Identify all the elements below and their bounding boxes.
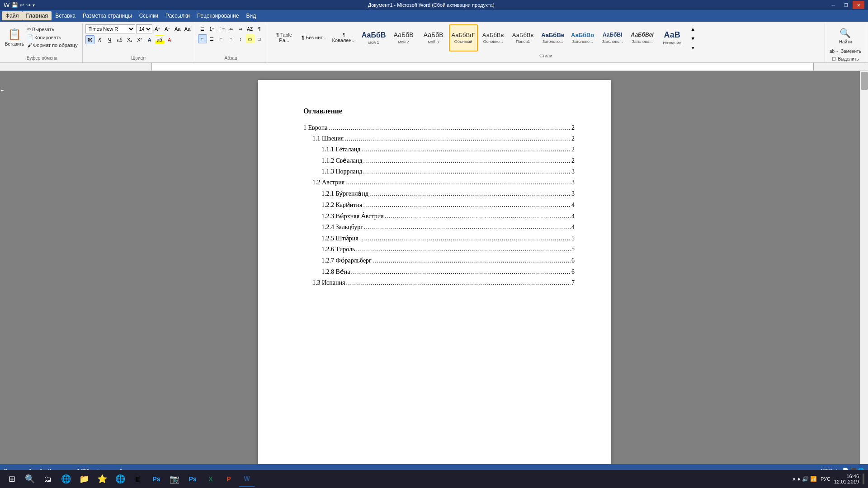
explorer-button[interactable]: 📁: [76, 471, 92, 487]
show-desktop-button[interactable]: [863, 474, 864, 484]
font-color-button[interactable]: А: [165, 35, 174, 44]
style-my2[interactable]: АаБбВ мой 2: [389, 24, 418, 52]
decrease-font-button[interactable]: A⁻: [163, 24, 172, 33]
style-normal[interactable]: АаБбВгГ Обычный: [449, 24, 478, 52]
replace-button[interactable]: ab→ Заменить: [828, 48, 863, 55]
numbering-button[interactable]: 1≡: [208, 24, 217, 33]
toc-entry-13[interactable]: 1.2.7 Фо́рарльберг .....................…: [321, 257, 575, 264]
menu-file[interactable]: Файл: [2, 11, 23, 20]
document-scroll-area[interactable]: Оглавление 1 Европа ....................…: [9, 71, 860, 464]
photoshop-button[interactable]: Ps: [148, 471, 165, 487]
clock[interactable]: 16:46 12.01.2019: [834, 474, 859, 484]
shading-button[interactable]: ▭: [245, 34, 255, 43]
quick-access-save[interactable]: 💾: [11, 2, 18, 8]
restore-button[interactable]: ❐: [840, 1, 852, 9]
toc-entry-4[interactable]: 1.1.2 Све́аланд ........................…: [321, 157, 575, 164]
sort-button[interactable]: AZ: [245, 24, 255, 33]
increase-indent-button[interactable]: ⇒: [236, 24, 245, 33]
powerpoint-button[interactable]: P: [221, 471, 237, 487]
style-my1[interactable]: АаБбВ мой 1: [359, 24, 388, 52]
font-name-select[interactable]: Times New R: [85, 24, 135, 33]
excel-button[interactable]: X: [203, 471, 219, 487]
style-kovalenko[interactable]: ¶ Ковален...: [330, 24, 359, 52]
task-view-button[interactable]: 🗂: [40, 471, 56, 487]
font-size-select[interactable]: 14: [136, 24, 152, 33]
start-button[interactable]: ⊞: [4, 471, 20, 487]
toc-entry-8[interactable]: 1.2.2 Кари́нтия ........................…: [321, 201, 575, 209]
photoshop2-button[interactable]: Ps: [184, 471, 201, 487]
change-case-button[interactable]: Аа: [183, 24, 192, 33]
toc-entry-12[interactable]: 1.2.6 Тироль ...........................…: [321, 246, 575, 253]
justify-button[interactable]: ≡: [226, 34, 236, 43]
close-button[interactable]: ✕: [853, 1, 864, 9]
styles-scroll-down[interactable]: ▼: [689, 34, 698, 43]
cut-button[interactable]: ✂ Вырезать: [25, 25, 80, 33]
menu-mailings[interactable]: Рассылки: [162, 11, 193, 20]
language-tray[interactable]: РУС: [821, 476, 830, 482]
scrollbar-thumb[interactable]: [861, 72, 868, 90]
camera-button[interactable]: 📷: [166, 471, 183, 487]
style-title[interactable]: АаВ Название: [658, 24, 687, 52]
borders-button[interactable]: □: [255, 34, 264, 43]
style-popov[interactable]: АаБбВв Попов1: [509, 24, 538, 52]
decrease-indent-button[interactable]: ⇐: [226, 24, 236, 33]
menu-page-layout[interactable]: Разметка страницы: [79, 11, 136, 20]
toc-entry-9[interactable]: 1.2.3 Ве́рхняя А́встрия ................…: [321, 212, 575, 220]
style-body[interactable]: АаБбВв Основно...: [479, 24, 508, 52]
style-heading1[interactable]: АаБбВе Заголово...: [538, 24, 567, 52]
toc-entry-1[interactable]: 1 Европа ...............................…: [303, 124, 575, 131]
line-spacing-button[interactable]: ↕: [236, 34, 245, 43]
edge-button[interactable]: 🌐: [58, 471, 74, 487]
subscript-button[interactable]: X₂: [125, 35, 134, 44]
paste-button[interactable]: 📋 Вставить: [5, 24, 24, 50]
menu-review[interactable]: Рецензирование: [193, 11, 243, 20]
multilevel-list-button[interactable]: ⋮≡: [217, 24, 226, 33]
show-hide-button[interactable]: ¶: [255, 24, 264, 33]
toc-entry-15[interactable]: 1.3 Испания ............................…: [312, 279, 575, 286]
vertical-scrollbar[interactable]: [860, 71, 868, 464]
increase-font-button[interactable]: A⁺: [153, 24, 162, 33]
style-heading2[interactable]: АаБбВо Заголово...: [568, 24, 597, 52]
align-center-button[interactable]: ☰: [208, 34, 217, 43]
minimize-button[interactable]: ─: [827, 1, 839, 9]
text-effects-button[interactable]: A: [145, 35, 154, 44]
toc-entry-10[interactable]: 1.2.4 Зальцбург ........................…: [321, 224, 575, 231]
find-button[interactable]: 🔍 Найти: [834, 24, 857, 47]
style-table-para[interactable]: ¶ Table Pa...: [270, 24, 299, 52]
style-heading4[interactable]: АаБбВeI Заголово...: [628, 24, 657, 52]
style-heading3[interactable]: АаБбВI Заголово...: [598, 24, 627, 52]
align-right-button[interactable]: ≡: [217, 34, 226, 43]
styles-scroll-up[interactable]: ▲: [689, 24, 698, 33]
text-highlight-button[interactable]: аб: [155, 35, 164, 44]
toc-entry-11[interactable]: 1.2.5 Шти́рия ..........................…: [321, 235, 575, 242]
toc-entry-14[interactable]: 1.2.8 Ве́на ............................…: [321, 268, 575, 276]
toc-entry-6[interactable]: 1.2 Австрия ............................…: [312, 179, 575, 186]
toc-entry-7[interactable]: 1.2.1 Бу́ргенла́нд .....................…: [321, 190, 575, 197]
style-no-spacing[interactable]: ¶ Без инт...: [300, 24, 329, 52]
search-button[interactable]: 🔍: [22, 471, 38, 487]
bold-button[interactable]: Ж: [85, 35, 94, 44]
toc-entry-2[interactable]: 1.1 Швеция .............................…: [312, 135, 575, 142]
style-my3[interactable]: АаБбВ мой 3: [419, 24, 448, 52]
toc-entry-3[interactable]: 1.1.1 Гёталанд .........................…: [321, 146, 575, 153]
italic-button[interactable]: К: [95, 35, 104, 44]
calculator-button[interactable]: 🖩: [130, 471, 146, 487]
superscript-button[interactable]: X²: [135, 35, 144, 44]
strikethrough-button[interactable]: аб: [115, 35, 124, 44]
menu-home[interactable]: Главная: [23, 11, 52, 20]
vertical-scroll-icon[interactable]: ⬍: [0, 89, 4, 92]
clear-format-button[interactable]: Aa: [173, 24, 182, 33]
quick-access-undo[interactable]: ↩: [20, 2, 24, 8]
favorites-button[interactable]: ⭐: [94, 471, 110, 487]
select-button[interactable]: ☐ Выделить: [830, 56, 860, 62]
browser-button[interactable]: 🌐: [112, 471, 128, 487]
format-painter-button[interactable]: 🖌 Формат по образцу: [25, 42, 80, 49]
menu-view[interactable]: Вид: [243, 11, 260, 20]
menu-insert[interactable]: Вставка: [52, 11, 79, 20]
quick-access-redo[interactable]: ↪: [26, 2, 31, 8]
menu-references[interactable]: Ссылки: [136, 11, 162, 20]
toc-entry-5[interactable]: 1.1.3 Норрланд .........................…: [321, 168, 575, 175]
underline-button[interactable]: Ч: [105, 35, 114, 44]
word-taskbar-button[interactable]: W: [239, 471, 255, 487]
bullets-button[interactable]: ☰: [198, 24, 207, 33]
